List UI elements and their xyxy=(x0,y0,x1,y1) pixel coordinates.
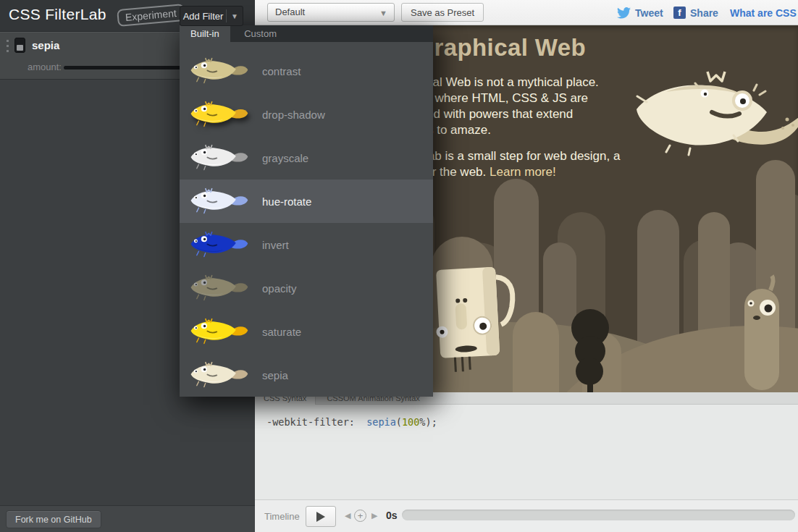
fish-icon xyxy=(187,316,251,347)
tweet-link[interactable]: Tweet xyxy=(617,0,663,25)
code-function: sepia xyxy=(366,416,396,428)
app-title: CSS FilterLab xyxy=(9,6,106,23)
prev-keyframe-icon[interactable]: ◀ xyxy=(345,511,350,520)
share-label: Share xyxy=(690,7,718,19)
fish-icon xyxy=(187,143,251,173)
timeline-track[interactable] xyxy=(402,510,795,520)
filter-option-grayscale[interactable]: grayscale xyxy=(180,136,433,180)
facebook-icon: f xyxy=(673,7,686,19)
code-property: -webkit-filter: xyxy=(266,416,355,428)
css-code: -webkit-filter: sepia(100%); xyxy=(266,416,437,428)
topbar: Default ▼ Save as Preset Tweet f Share W… xyxy=(255,0,798,25)
add-keyframe-button[interactable]: + xyxy=(354,510,366,522)
fish-icon xyxy=(187,56,251,86)
chevron-down-icon: ▼ xyxy=(379,4,387,22)
tab-custom[interactable]: Custom xyxy=(233,25,287,42)
filter-option-drop-shadow[interactable]: drop-shadow xyxy=(180,93,433,136)
filter-option-saturate[interactable]: saturate xyxy=(180,310,433,353)
add-filter-button[interactable]: Add Filter ▼ xyxy=(180,6,243,26)
filter-list: contrast drop-shadow grayscale xyxy=(180,42,433,397)
share-link[interactable]: f Share xyxy=(673,0,718,25)
next-keyframe-icon[interactable]: ▶ xyxy=(371,511,377,520)
filter-option-invert[interactable]: invert xyxy=(180,223,433,266)
code-panel: CSS Syntax CSSOM Animation Syntax -webki… xyxy=(255,392,798,499)
fork-github-button[interactable]: Fork me on GitHub xyxy=(6,510,101,528)
chevron-down-icon: ▼ xyxy=(227,12,243,20)
play-icon xyxy=(316,512,325,522)
twitter-icon xyxy=(617,7,631,19)
filter-option-opacity[interactable]: opacity xyxy=(180,266,433,310)
experiment-badge: Experiment xyxy=(117,4,185,27)
save-preset-button[interactable]: Save as Preset xyxy=(401,3,484,22)
add-filter-dropdown: Built-in Custom contrast drop-shadow xyxy=(180,25,433,397)
sidebar-footer: Fork me on GitHub xyxy=(0,505,255,532)
tweet-label: Tweet xyxy=(635,7,663,19)
learn-more-link[interactable]: Learn more! xyxy=(490,165,556,179)
timeline-label: Timeline xyxy=(264,511,300,522)
css-filterlab-app: CSS FilterLab Experiment sepia amount: F… xyxy=(0,0,798,532)
fish-icon xyxy=(187,99,251,130)
preset-select[interactable]: Default ▼ xyxy=(267,3,395,22)
filter-option-sepia[interactable]: sepia xyxy=(180,353,433,397)
play-button[interactable] xyxy=(306,506,336,527)
filter-toggle[interactable] xyxy=(14,38,25,53)
fish-icon xyxy=(187,360,251,390)
timeline-time: 0s xyxy=(386,510,398,521)
filter-name: sepia xyxy=(32,39,59,51)
drag-handle-icon[interactable] xyxy=(7,40,9,52)
fish-icon xyxy=(187,229,251,260)
param-label: amount: xyxy=(28,62,62,72)
css-custom-filters-link[interactable]: What are CSS Custom Filters? xyxy=(730,0,798,25)
code-value: 100 xyxy=(402,416,419,428)
preset-value: Default xyxy=(275,7,305,17)
tab-built-in[interactable]: Built-in xyxy=(180,25,230,42)
fish-illustration xyxy=(626,69,798,174)
fish-icon xyxy=(187,273,251,303)
fish-icon xyxy=(187,186,251,216)
filter-option-contrast[interactable]: contrast xyxy=(180,49,433,93)
dropdown-tabs: Built-in Custom xyxy=(180,25,433,42)
filter-option-hue-rotate[interactable]: hue-rotate xyxy=(180,180,433,223)
add-filter-label: Add Filter xyxy=(180,11,226,22)
timeline-bar: Timeline ◀ + ▶ 0s xyxy=(255,499,798,532)
toggle-knob xyxy=(17,45,23,51)
